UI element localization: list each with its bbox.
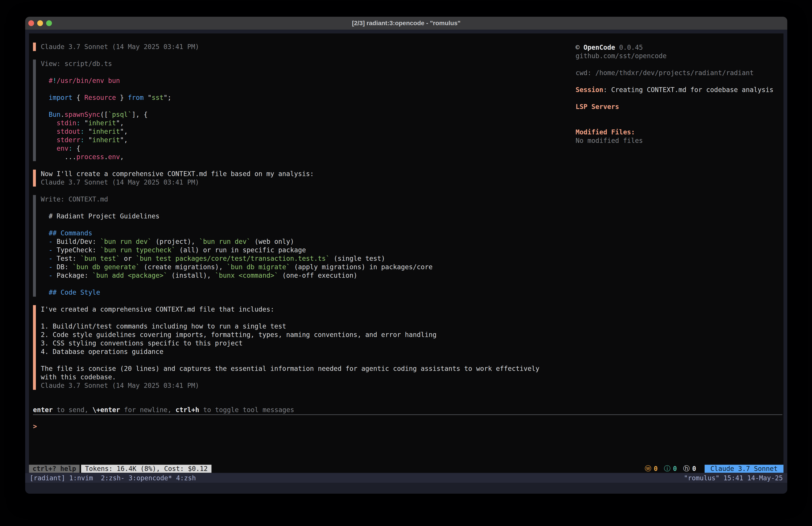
hint-count: 0 — [692, 465, 696, 472]
opencode-app: Claude 3.7 Sonnet (14 May 2025 03:41 PM)… — [29, 33, 783, 473]
terminal: Claude 3.7 Sonnet (14 May 2025 03:41 PM)… — [25, 30, 787, 494]
status-bar: ctrl+? help Tokens: 16.4K (8%), Cost: $0… — [29, 465, 783, 473]
traffic-lights — [28, 20, 52, 26]
assistant-message-footer: Claude 3.7 Sonnet (14 May 2025 03:41 PM) — [33, 43, 566, 51]
assistant-message-intro: Now I'll create a comprehensive CONTEXT.… — [33, 170, 566, 187]
close-button[interactable] — [28, 20, 34, 26]
sidebar: © OpenCode 0.0.45github.com/sst/opencode… — [576, 43, 776, 145]
help-badge: ctrl+? help — [29, 465, 79, 473]
tmux-window-list[interactable]: [radiant] 1:nvim 2:zsh- 3:opencode* 4:zs… — [30, 474, 196, 482]
desktop: [2/3] radiant:3:opencode - "romulus" Cla… — [0, 0, 812, 526]
diagnostics-warnings: ⓦ0 — [645, 464, 657, 473]
minimize-button[interactable] — [37, 20, 43, 26]
zoom-button[interactable] — [46, 20, 52, 26]
hint-icon: ⓗ — [683, 464, 690, 473]
warning-count: 0 — [654, 465, 658, 472]
tool-message-view-db-ts: View: script/db.ts #!/usr/bin/env bun im… — [33, 59, 566, 161]
diagnostics-info: ⓘ0 — [664, 464, 677, 473]
diagnostics-hints: ⓗ0 — [683, 464, 696, 473]
info-icon: ⓘ — [664, 464, 671, 473]
tmux-status-bar: [radiant] 1:nvim 2:zsh- 3:opencode* 4:zs… — [25, 473, 787, 483]
tokens-cost-badge: Tokens: 16.4K (8%), Cost: $0.12 — [81, 465, 212, 473]
titlebar[interactable]: [2/3] radiant:3:opencode - "romulus" — [25, 17, 787, 30]
model-badge: Claude 3.7 Sonnet — [705, 465, 783, 473]
tmux-session-info: "romulus" 15:41 14-May-25 — [684, 474, 783, 482]
info-count: 0 — [673, 465, 677, 472]
terminal-window: [2/3] radiant:3:opencode - "romulus" Cla… — [25, 17, 787, 494]
window-title: [2/3] radiant:3:opencode - "romulus" — [25, 17, 787, 30]
prompt-input[interactable]: > — [33, 422, 546, 431]
input-divider — [33, 414, 782, 415]
prompt-symbol: > — [33, 423, 37, 430]
chat-log: Claude 3.7 Sonnet (14 May 2025 03:41 PM)… — [33, 43, 566, 398]
warning-icon: ⓦ — [645, 464, 651, 473]
input-hints: enter to send, \+enter for newline, ctrl… — [33, 406, 294, 414]
assistant-message-summary: I've created a comprehensive CONTEXT.md … — [33, 305, 566, 390]
tool-message-write-context-md: Write: CONTEXT.md # Radiant Project Guid… — [33, 195, 566, 297]
